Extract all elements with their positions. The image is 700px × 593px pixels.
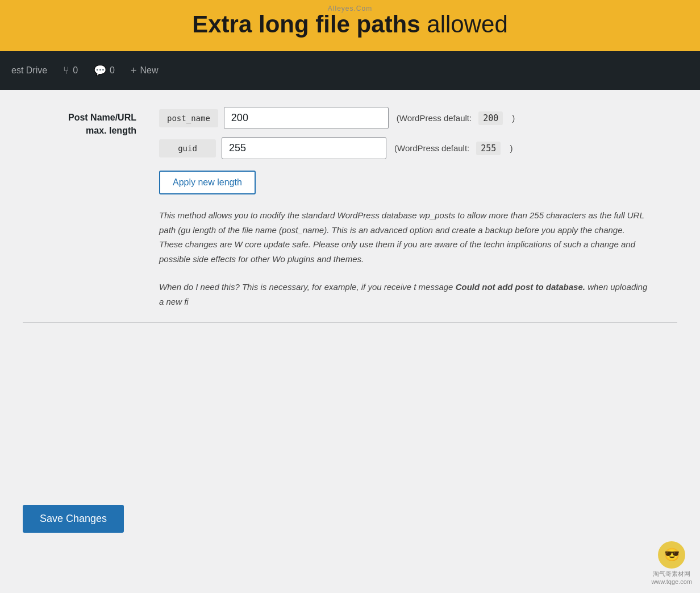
nav-item-comments[interactable]: 💬 0 [91, 60, 117, 81]
nav-item-new[interactable]: + New [128, 60, 161, 81]
watermark-line1: 淘气哥素材网 [653, 570, 690, 578]
when-description: When do I need this? This is necessary, … [159, 280, 648, 309]
guid-input[interactable] [222, 137, 386, 159]
comment-icon: 💬 [94, 64, 106, 77]
comment-count: 0 [110, 65, 115, 76]
error-message-bold: Could not add post to database. [456, 282, 585, 292]
post-name-row: post_name (WordPress default: 200 ) [159, 107, 677, 129]
bottom-watermark: 😎 淘气哥素材网 www.tqge.com [651, 541, 692, 585]
field-label-line1: Post Name/URL [23, 111, 136, 124]
guid-default-value: 255 [476, 142, 501, 155]
title-normal: allowed [420, 11, 508, 38]
new-label: New [140, 65, 158, 76]
settings-section: Post Name/URL max. length post_name (Wor… [23, 107, 677, 309]
guid-key: guid [159, 139, 216, 157]
apply-new-length-button[interactable]: Apply new length [159, 171, 256, 194]
description-text: This method allows you to modify the sta… [159, 208, 648, 266]
post-name-default-label: (WordPress default: [397, 113, 472, 123]
test-drive-label: est Drive [11, 65, 47, 76]
save-area: Save Changes [0, 488, 700, 555]
watermark-line2: www.tqge.com [651, 578, 692, 585]
post-name-key: post_name [159, 109, 218, 127]
header-banner: Alleyes.Com Extra long file paths allowe… [0, 0, 700, 51]
pull-request-count: 0 [73, 65, 78, 76]
field-label: Post Name/URL max. length [23, 107, 136, 309]
post-name-default-value: 200 [478, 111, 503, 125]
guid-default-label: (WordPress default: [394, 143, 469, 153]
field-label-line2: max. length [23, 125, 136, 137]
field-controls: post_name (WordPress default: 200 ) guid… [159, 107, 677, 309]
nav-item-test-drive[interactable]: est Drive [9, 61, 49, 80]
post-name-default-close: ) [512, 113, 515, 123]
main-content: Post Name/URL max. length post_name (Wor… [0, 90, 700, 488]
save-changes-button[interactable]: Save Changes [23, 505, 124, 533]
guid-default-close: ) [510, 143, 512, 153]
pull-request-icon: ⑂ [63, 65, 69, 77]
guid-row: guid (WordPress default: 255 ) [159, 137, 677, 159]
plus-icon: + [131, 65, 137, 77]
page-title: Extra long file paths allowed [11, 10, 689, 39]
header-watermark: Alleyes.Com [328, 5, 372, 13]
watermark-icon: 😎 [658, 541, 685, 569]
title-bold: Extra long file paths [192, 11, 420, 38]
post-name-input[interactable] [224, 107, 389, 129]
nav-bar: est Drive ⑂ 0 💬 0 + New [0, 51, 700, 90]
section-divider [23, 322, 677, 323]
nav-item-pull-requests[interactable]: ⑂ 0 [61, 60, 80, 81]
